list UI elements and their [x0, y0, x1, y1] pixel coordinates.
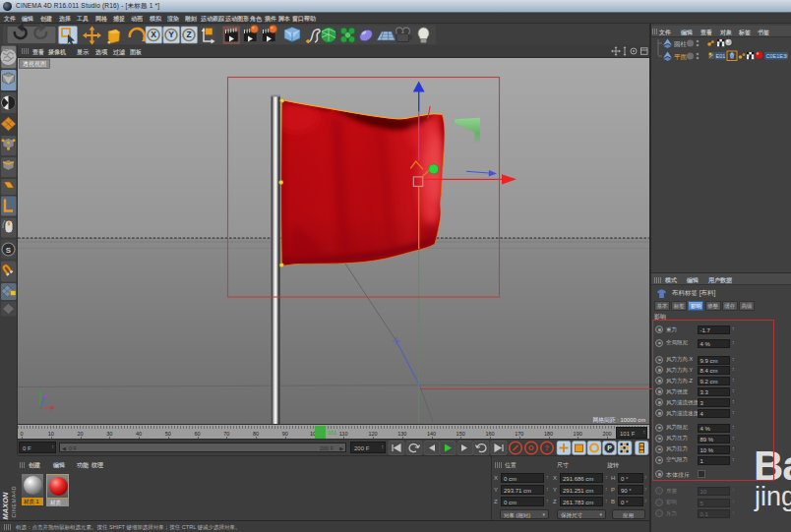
svg-text:圆柱: 圆柱: [674, 40, 688, 47]
svg-text:X: X: [151, 30, 156, 39]
svg-text:Y: Y: [168, 30, 174, 39]
svg-text:平面: 平面: [674, 53, 688, 60]
svg-text:?: ?: [545, 444, 549, 451]
svg-text:网格间距 : 10000 cm: 网格间距 : 10000 cm: [593, 416, 646, 424]
svg-text:E01: E01: [716, 53, 726, 59]
svg-text:C0E1E3I: C0E1E3I: [766, 53, 788, 59]
svg-text:S: S: [6, 246, 12, 255]
svg-text:Z: Z: [186, 30, 191, 39]
svg-text:P: P: [607, 444, 612, 451]
svg-text:透视视图: 透视视图: [23, 60, 46, 68]
